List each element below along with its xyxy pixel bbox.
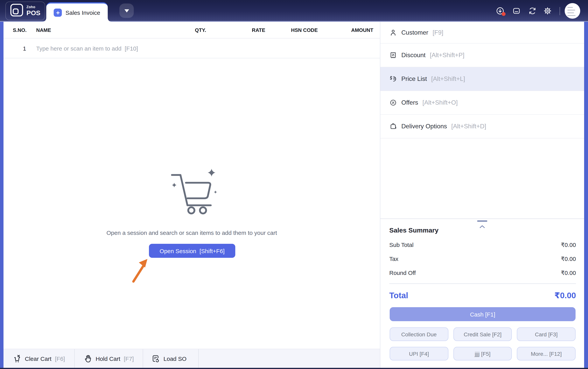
open-session-button[interactable]: Open Session [Shift+F6] — [149, 244, 235, 258]
window-border-right — [584, 22, 588, 369]
roundoff-value: ₹0.00 — [561, 269, 576, 277]
empty-cart-icon — [168, 167, 218, 217]
offers-badge-icon — [389, 99, 397, 107]
total-label: Total — [389, 291, 408, 300]
col-qty: QTY. — [167, 27, 206, 33]
total-value: ₹0.00 — [554, 291, 576, 300]
tab-sales-invoice[interactable]: + Sales Invoice — [46, 2, 108, 22]
sidebar-item-delivery-options[interactable]: Delivery Options [Alt+Shift+D] — [380, 115, 584, 138]
chevron-down-icon — [124, 9, 129, 12]
notification-dot — [502, 12, 505, 16]
invoice-panel: S.NO. NAME QTY. RATE HSN CODE AMOUNT 1 T… — [3, 22, 380, 368]
load-so-button[interactable]: Load SO — [143, 349, 199, 368]
price-list-icon — [389, 75, 397, 83]
new-invoice-plus-icon[interactable]: + — [54, 9, 62, 17]
person-icon — [389, 29, 397, 36]
user-avatar[interactable] — [565, 3, 580, 19]
subtotal-row: Sub Total ₹0.00 — [389, 241, 576, 248]
credit-sale-button[interactable]: Credit Sale [F2] — [453, 328, 512, 341]
collection-due-button[interactable]: Collection Due — [390, 328, 448, 341]
item-entry-row: 1 Type here or scan an item to add [F10] — [3, 39, 380, 58]
col-hsn: HSN CODE — [265, 27, 318, 33]
payment-row-2: UPI [F4] jjjj [F5] More... [F12] — [390, 347, 576, 360]
sidebar-item-price-list[interactable]: Price List [Alt+Shift+L] — [380, 67, 584, 91]
total-row: Total ₹0.00 — [389, 291, 576, 300]
upi-button[interactable]: UPI [F4] — [390, 347, 448, 360]
delivery-box-icon — [389, 123, 397, 130]
cash-drawer-button[interactable] — [512, 7, 521, 15]
subtotal-value: ₹0.00 — [561, 241, 576, 248]
brand-zoho: Zoho — [26, 5, 41, 9]
pay-cash-button[interactable]: Cash [F1] — [390, 307, 576, 321]
empty-state-caption: Open a session and search or scan items … — [3, 229, 380, 236]
sidebar-item-offers[interactable]: Offers [Alt+Shift+O] — [380, 91, 584, 115]
pos-window: Zoho POS + Sales Invoice — [0, 0, 588, 369]
zoho-pos-logo[interactable]: Zoho POS — [5, 1, 45, 20]
more-payments-button[interactable]: More... [F12] — [517, 347, 576, 360]
checkout-sidebar: Customer [F9] Discount [Alt+Shift+P] — [380, 22, 584, 368]
load-so-document-icon — [152, 354, 160, 363]
zoho-pos-logo-icon — [10, 3, 23, 18]
sales-summary-title: Sales Summary — [389, 227, 438, 235]
summary-collapse-handle[interactable] — [477, 220, 487, 222]
roundoff-row: Round Off ₹0.00 — [389, 269, 576, 277]
tab-list-dropdown-button[interactable] — [119, 3, 134, 18]
hold-cart-hand-icon — [84, 354, 92, 363]
brand-pos: POS — [26, 10, 41, 16]
header-divider — [560, 7, 560, 15]
chevron-up-icon[interactable] — [479, 223, 485, 230]
sidebar-item-discount[interactable]: Discount [Alt+Shift+P] — [380, 43, 584, 67]
hold-cart-button[interactable]: Hold Cart [F7] — [75, 349, 143, 368]
payment-row-1: Collection Due Credit Sale [F2] Card [F3… — [390, 328, 576, 341]
sidebar-item-customer[interactable]: Customer [F9] — [380, 22, 584, 43]
col-amount: AMOUNT — [318, 27, 373, 33]
col-sno: S.NO. — [13, 27, 36, 33]
tax-row: Tax ₹0.00 — [389, 256, 576, 262]
annotation-arrow-icon — [128, 256, 154, 286]
tax-value: ₹0.00 — [561, 256, 576, 262]
discount-coupon-icon — [389, 51, 397, 59]
clear-cart-button[interactable]: Clear Cart [F6] — [3, 349, 75, 368]
items-table-header: S.NO. NAME QTY. RATE HSN CODE AMOUNT — [3, 22, 380, 39]
jjjj-button[interactable]: jjjj [F5] — [453, 347, 512, 360]
tab-label: Sales Invoice — [65, 9, 100, 16]
col-rate: RATE — [206, 27, 265, 33]
window-border-left — [0, 22, 3, 369]
item-search-input[interactable]: Type here or scan an item to add [F10] — [36, 45, 167, 51]
window-border-bottom — [0, 368, 588, 369]
app-header: Zoho POS + Sales Invoice — [0, 0, 588, 22]
row-number: 1 — [13, 45, 36, 51]
clear-cart-icon — [13, 354, 21, 363]
col-name: NAME — [36, 27, 167, 33]
card-button[interactable]: Card [F3] — [517, 328, 576, 341]
total-divider — [389, 283, 576, 284]
sync-download-button[interactable] — [496, 7, 504, 15]
settings-gear-button[interactable] — [543, 7, 552, 15]
sync-refresh-button[interactable] — [528, 7, 537, 15]
sales-summary-panel: Sales Summary Sub Total ₹0.00 Tax ₹0.00 … — [380, 218, 584, 368]
cart-actions-bar: Clear Cart [F6] Hold Cart [F7] — [3, 349, 380, 368]
